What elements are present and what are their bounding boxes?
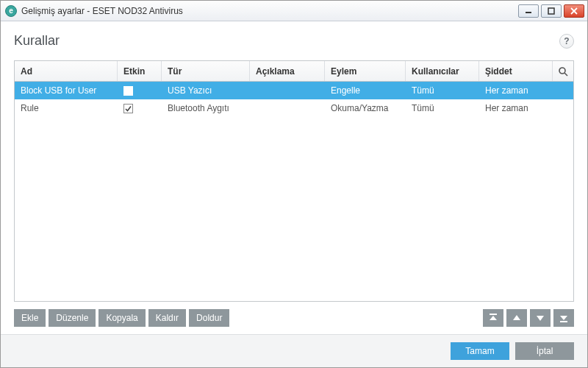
col-header-siddet[interactable]: Şiddet bbox=[479, 61, 553, 81]
col-header-etkin[interactable]: Etkin bbox=[118, 61, 162, 81]
col-header-ad[interactable]: Ad bbox=[15, 61, 118, 81]
help-icon: ? bbox=[564, 36, 569, 46]
svg-line-5 bbox=[564, 73, 567, 76]
cell-kullanicilar: Tümü bbox=[406, 99, 479, 117]
move-bottom-button[interactable] bbox=[553, 309, 574, 327]
cell-tur: USB Yazıcı bbox=[162, 82, 250, 99]
content: Kurallar ? Ad Etkin Tür Açıklama Eylem K… bbox=[1, 21, 587, 334]
col-header-aciklama[interactable]: Açıklama bbox=[250, 61, 325, 81]
cell-ad: Block USB for User bbox=[15, 82, 118, 99]
heading-row: Kurallar ? bbox=[14, 33, 574, 49]
cell-eylem: Engelle bbox=[325, 82, 406, 99]
cell-aciklama bbox=[250, 82, 325, 99]
cancel-button[interactable]: İptal bbox=[515, 342, 574, 360]
move-top-button[interactable] bbox=[483, 309, 503, 327]
svg-rect-1 bbox=[548, 8, 554, 14]
edit-button[interactable]: Düzenle bbox=[49, 309, 96, 327]
move-up-icon bbox=[512, 314, 521, 322]
ok-button[interactable]: Tamam bbox=[451, 342, 509, 360]
table-header: Ad Etkin Tür Açıklama Eylem Kullanıcılar… bbox=[15, 61, 573, 82]
cell-spacer bbox=[553, 82, 573, 99]
move-down-icon bbox=[536, 314, 545, 322]
copy-button[interactable]: Kopyala bbox=[98, 309, 145, 327]
col-header-tur[interactable]: Tür bbox=[162, 61, 250, 81]
svg-point-4 bbox=[559, 68, 565, 74]
svg-marker-8 bbox=[513, 315, 520, 320]
help-button[interactable]: ? bbox=[559, 34, 574, 49]
checkbox-icon bbox=[123, 104, 133, 113]
col-header-eylem[interactable]: Eylem bbox=[325, 61, 406, 81]
svg-marker-7 bbox=[490, 316, 497, 320]
titlebar: e Gelişmiş ayarlar - ESET NOD32 Antiviru… bbox=[1, 1, 587, 21]
footer: Tamam İptal bbox=[1, 334, 587, 367]
page-title: Kurallar bbox=[14, 33, 559, 49]
cell-ad: Rule bbox=[15, 99, 118, 117]
actions-row: Ekle Düzenle Kopyala Kaldır Doldur bbox=[14, 309, 574, 327]
cell-tur: Bluetooth Aygıtı bbox=[162, 99, 250, 117]
move-down-button[interactable] bbox=[530, 309, 551, 327]
minimize-button[interactable] bbox=[518, 4, 539, 18]
svg-marker-9 bbox=[537, 316, 544, 321]
search-button[interactable] bbox=[553, 61, 573, 81]
cell-spacer bbox=[553, 99, 573, 117]
window-controls bbox=[518, 4, 586, 18]
add-button[interactable]: Ekle bbox=[14, 309, 46, 327]
col-header-kullanicilar[interactable]: Kullanıcılar bbox=[406, 61, 479, 81]
close-button[interactable] bbox=[564, 4, 584, 18]
checkbox-icon bbox=[123, 86, 133, 96]
cell-siddet: Her zaman bbox=[479, 82, 553, 99]
table-row[interactable]: RuleBluetooth AygıtıOkuma/YazmaTümüHer z… bbox=[15, 99, 573, 117]
move-top-icon bbox=[489, 314, 498, 322]
window: e Gelişmiş ayarlar - ESET NOD32 Antiviru… bbox=[0, 0, 588, 368]
cell-siddet: Her zaman bbox=[479, 99, 553, 117]
cell-etkin[interactable] bbox=[118, 99, 162, 117]
table-body: Block USB for UserUSB YazıcıEngelleTümüH… bbox=[15, 82, 573, 301]
svg-marker-10 bbox=[560, 316, 567, 320]
move-bottom-icon bbox=[559, 314, 568, 322]
move-up-button[interactable] bbox=[506, 309, 527, 327]
cell-aciklama bbox=[250, 99, 325, 117]
cell-eylem: Okuma/Yazma bbox=[325, 99, 406, 117]
maximize-button[interactable] bbox=[541, 4, 562, 18]
table-row[interactable]: Block USB for UserUSB YazıcıEngelleTümüH… bbox=[15, 82, 573, 99]
cell-kullanicilar: Tümü bbox=[406, 82, 479, 99]
remove-button[interactable]: Kaldır bbox=[148, 309, 186, 327]
search-icon bbox=[558, 66, 568, 77]
window-title: Gelişmiş ayarlar - ESET NOD32 Antivirus bbox=[21, 6, 183, 16]
cell-etkin[interactable] bbox=[118, 82, 162, 99]
rules-table: Ad Etkin Tür Açıklama Eylem Kullanıcılar… bbox=[14, 60, 574, 302]
app-icon: e bbox=[5, 5, 17, 17]
fill-button[interactable]: Doldur bbox=[189, 309, 229, 327]
